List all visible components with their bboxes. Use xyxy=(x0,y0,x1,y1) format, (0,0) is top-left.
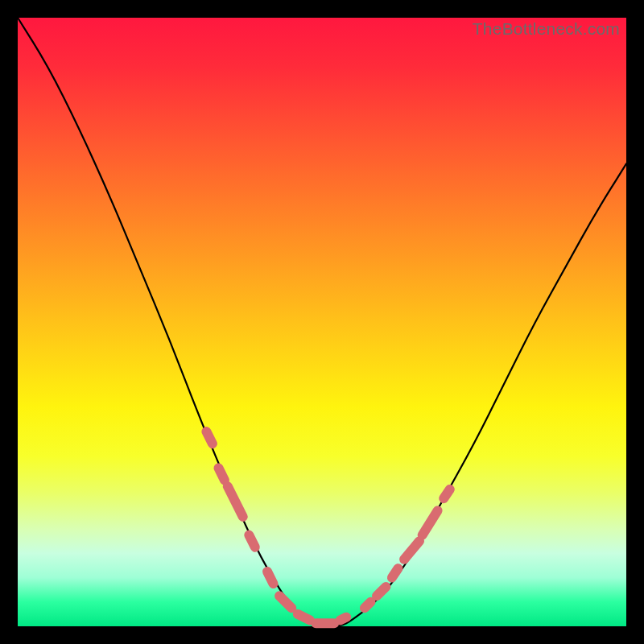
bottleneck-curve xyxy=(18,18,626,626)
marker-capsule xyxy=(423,510,438,535)
curve-markers xyxy=(206,431,449,623)
marker-capsule xyxy=(341,617,347,621)
marker-capsule xyxy=(392,568,398,577)
marker-capsule xyxy=(279,596,291,608)
marker-capsule xyxy=(206,431,213,444)
marker-capsule xyxy=(249,535,255,547)
marker-capsule xyxy=(404,541,419,559)
plot-area: TheBottleneck.com xyxy=(18,18,626,626)
marker-capsule xyxy=(267,572,274,584)
marker-capsule xyxy=(228,486,243,517)
marker-capsule xyxy=(377,587,386,596)
marker-capsule xyxy=(219,468,225,480)
marker-capsule xyxy=(444,489,450,498)
marker-capsule xyxy=(365,602,371,609)
chart-svg xyxy=(18,18,626,626)
marker-capsule xyxy=(298,614,310,621)
